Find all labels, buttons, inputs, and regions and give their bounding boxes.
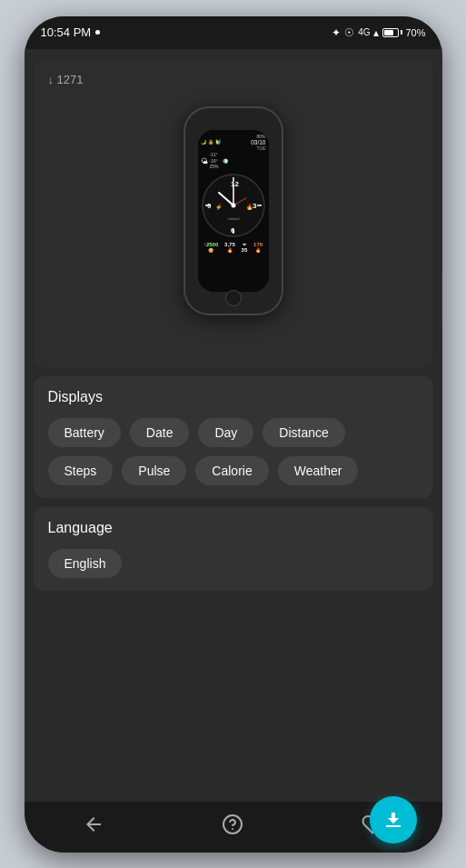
chip-date[interactable]: Date <box>130 418 190 447</box>
content-area: ↓ 1271 🌙 🔒 🔰 <box>25 49 442 802</box>
band-screen: 🌙 🔒 🔰 80% 03/10 TUE <box>198 130 269 292</box>
bottom-nav <box>25 802 442 853</box>
bt-icon: 🔰 <box>215 139 221 145</box>
download-fab[interactable] <box>370 796 417 843</box>
chip-weather[interactable]: Weather <box>278 456 359 485</box>
watch-preview: ↓ 1271 🌙 🔒 🔰 <box>34 58 433 367</box>
moon-icon: 🌙 <box>201 139 206 145</box>
chip-distance[interactable]: Distance <box>263 418 344 447</box>
help-button[interactable] <box>222 813 243 841</box>
clock-face: 12 3 6 9 <box>201 173 266 238</box>
svg-text:miband: miband <box>227 216 239 221</box>
steps-stat: ↑2500 👴 <box>203 242 218 253</box>
weather-icon: 🌤 <box>201 157 208 165</box>
chip-steps[interactable]: Steps <box>48 456 114 485</box>
lock-icon: 🔒 <box>208 139 213 145</box>
wifi-icon: ☉ <box>344 26 354 39</box>
battery-status-bar: 70% <box>382 27 425 38</box>
screen-bottom-stats: ↑2500 👴 3,75 🔥 ❤ 35 <box>201 242 266 253</box>
status-left: 10:54 PM <box>41 25 101 39</box>
watch-container: 🌙 🔒 🔰 80% 03/10 TUE <box>48 97 419 324</box>
settings-area: Displays Battery Date Day Distance Steps… <box>25 376 442 609</box>
svg-text:⚡: ⚡ <box>215 204 223 211</box>
screen-icons: 🌙 🔒 🔰 <box>201 139 221 145</box>
chip-english[interactable]: English <box>48 549 123 578</box>
chip-battery[interactable]: Battery <box>48 418 121 447</box>
displays-title: Displays <box>48 389 419 405</box>
band-home-button[interactable] <box>225 290 242 306</box>
svg-text:6: 6 <box>231 226 235 234</box>
time: 10:54 PM <box>41 25 92 39</box>
language-title: Language <box>48 520 419 536</box>
svg-point-12 <box>231 203 235 207</box>
phone-shell: 10:54 PM ✦ ☉ 4G ▴ 70% ↓ 1271 <box>25 16 442 853</box>
displays-section: Displays Battery Date Day Distance Steps… <box>34 376 433 498</box>
screen-content: 🌙 🔒 🔰 80% 03/10 TUE <box>198 130 269 292</box>
wind-icon: 💨 <box>223 158 228 164</box>
status-right: ✦ ☉ 4G ▴ 70% <box>332 26 425 39</box>
status-bar: 10:54 PM ✦ ☉ 4G ▴ 70% <box>25 16 442 49</box>
side-button[interactable] <box>441 271 442 325</box>
displays-chips-grid: Battery Date Day Distance Steps Pulse Ca… <box>48 418 419 485</box>
network-icon: 4G <box>358 27 370 37</box>
calories-stat: 170 🔥 <box>253 242 263 253</box>
svg-text:3: 3 <box>253 202 257 210</box>
preview-label: ↓ 1271 <box>48 73 84 86</box>
svg-text:12: 12 <box>231 180 239 188</box>
distance-stat: 3,75 🔥 <box>224 242 235 253</box>
smart-band: 🌙 🔒 🔰 80% 03/10 TUE <box>183 106 283 315</box>
screen-weather-row: 🌤 -11° -16° 25% 💨 <box>201 152 266 170</box>
battery-percentage: 70% <box>405 27 425 38</box>
bluetooth-icon: ✦ <box>332 26 341 39</box>
screen-date: 03/10 TUE <box>251 139 265 152</box>
svg-text:9: 9 <box>207 202 212 210</box>
chip-calorie[interactable]: Calorie <box>195 456 268 485</box>
svg-point-17 <box>232 828 233 830</box>
status-dot <box>95 30 100 35</box>
download-icon <box>382 809 404 831</box>
screen-top-row: 🌙 🔒 🔰 80% 03/10 TUE <box>201 134 266 152</box>
heart-stat: ❤ 35 <box>242 242 248 253</box>
language-chips-grid: English <box>48 549 419 578</box>
language-section: Language English <box>34 507 433 591</box>
svg-text:🔥: 🔥 <box>246 204 253 211</box>
chip-day[interactable]: Day <box>198 418 253 447</box>
chip-pulse[interactable]: Pulse <box>122 456 186 485</box>
screen-temps: -11° -16° 25% <box>210 152 219 170</box>
signal-icon: ▴ <box>373 26 379 39</box>
back-button[interactable] <box>83 813 104 841</box>
